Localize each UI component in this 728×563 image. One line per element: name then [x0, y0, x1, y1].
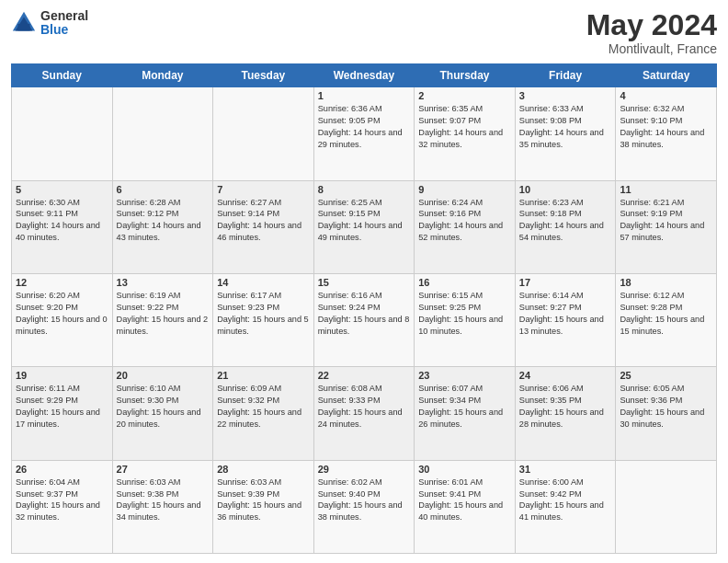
- calendar-cell: 22Sunrise: 6:08 AMSunset: 9:33 PMDayligh…: [313, 367, 415, 460]
- day-info: Sunrise: 6:20 AMSunset: 9:20 PMDaylight:…: [16, 290, 108, 338]
- day-number: 24: [519, 370, 612, 381]
- day-number: 2: [418, 90, 511, 101]
- page-container: General Blue May 2024 Montlivault, Franc…: [0, 0, 728, 563]
- calendar-cell: 18Sunrise: 6:12 AMSunset: 9:28 PMDayligh…: [616, 273, 717, 366]
- day-info: Sunrise: 6:16 AMSunset: 9:24 PMDaylight:…: [318, 290, 411, 338]
- calendar-cell: 11Sunrise: 6:21 AMSunset: 9:19 PMDayligh…: [616, 180, 717, 273]
- day-info: Sunrise: 6:07 AMSunset: 9:34 PMDaylight:…: [418, 383, 511, 431]
- calendar-cell: 31Sunrise: 6:00 AMSunset: 9:42 PMDayligh…: [515, 460, 616, 553]
- day-number: 26: [16, 464, 108, 475]
- logo-general-text: General: [40, 9, 88, 23]
- day-number: 19: [16, 370, 108, 381]
- day-number: 16: [418, 277, 511, 288]
- calendar-table: SundayMondayTuesdayWednesdayThursdayFrid…: [11, 63, 717, 554]
- day-info: Sunrise: 6:15 AMSunset: 9:25 PMDaylight:…: [418, 290, 511, 338]
- calendar-cell: 8Sunrise: 6:25 AMSunset: 9:15 PMDaylight…: [313, 180, 415, 273]
- calendar-cell: 20Sunrise: 6:10 AMSunset: 9:30 PMDayligh…: [112, 367, 213, 460]
- day-number: 4: [620, 90, 712, 101]
- day-number: 13: [117, 277, 210, 288]
- day-number: 17: [519, 277, 612, 288]
- day-number: 8: [318, 184, 411, 195]
- day-number: 7: [217, 184, 310, 195]
- month-title: May 2024: [586, 9, 717, 41]
- calendar-cell: [112, 87, 213, 180]
- calendar-cell: 27Sunrise: 6:03 AMSunset: 9:38 PMDayligh…: [112, 460, 213, 553]
- calendar-header-sunday: Sunday: [12, 64, 113, 87]
- day-number: 14: [217, 277, 310, 288]
- calendar-cell: 17Sunrise: 6:14 AMSunset: 9:27 PMDayligh…: [515, 273, 616, 366]
- calendar-cell: 13Sunrise: 6:19 AMSunset: 9:22 PMDayligh…: [112, 273, 213, 366]
- calendar-header-tuesday: Tuesday: [213, 64, 314, 87]
- day-info: Sunrise: 6:03 AMSunset: 9:38 PMDaylight:…: [117, 477, 210, 524]
- calendar-cell: 12Sunrise: 6:20 AMSunset: 9:20 PMDayligh…: [12, 273, 113, 366]
- calendar-week-row: 1Sunrise: 6:36 AMSunset: 9:05 PMDaylight…: [12, 87, 717, 180]
- calendar-cell: 10Sunrise: 6:23 AMSunset: 9:18 PMDayligh…: [515, 180, 616, 273]
- day-info: Sunrise: 6:06 AMSunset: 9:35 PMDaylight:…: [519, 383, 612, 431]
- svg-rect-2: [17, 24, 29, 30]
- calendar-cell: 14Sunrise: 6:17 AMSunset: 9:23 PMDayligh…: [213, 273, 314, 366]
- calendar-cell: 15Sunrise: 6:16 AMSunset: 9:24 PMDayligh…: [313, 273, 415, 366]
- calendar-cell: 1Sunrise: 6:36 AMSunset: 9:05 PMDaylight…: [313, 87, 415, 180]
- day-number: 28: [217, 464, 310, 475]
- calendar-cell: 21Sunrise: 6:09 AMSunset: 9:32 PMDayligh…: [213, 367, 314, 460]
- calendar-cell: 2Sunrise: 6:35 AMSunset: 9:07 PMDaylight…: [415, 87, 516, 180]
- day-info: Sunrise: 6:27 AMSunset: 9:14 PMDaylight:…: [217, 197, 310, 245]
- day-info: Sunrise: 6:19 AMSunset: 9:22 PMDaylight:…: [117, 290, 210, 338]
- day-info: Sunrise: 6:05 AMSunset: 9:36 PMDaylight:…: [620, 383, 712, 431]
- day-info: Sunrise: 6:04 AMSunset: 9:37 PMDaylight:…: [16, 477, 108, 524]
- calendar-cell: 24Sunrise: 6:06 AMSunset: 9:35 PMDayligh…: [515, 367, 616, 460]
- day-number: 21: [217, 370, 310, 381]
- day-number: 22: [318, 370, 411, 381]
- day-info: Sunrise: 6:32 AMSunset: 9:10 PMDaylight:…: [620, 103, 712, 151]
- day-number: 25: [620, 370, 712, 381]
- day-info: Sunrise: 6:11 AMSunset: 9:29 PMDaylight:…: [16, 383, 108, 431]
- calendar-cell: 16Sunrise: 6:15 AMSunset: 9:25 PMDayligh…: [415, 273, 516, 366]
- calendar-header-saturday: Saturday: [616, 64, 717, 87]
- day-info: Sunrise: 6:14 AMSunset: 9:27 PMDaylight:…: [519, 290, 612, 338]
- calendar-cell: 3Sunrise: 6:33 AMSunset: 9:08 PMDaylight…: [515, 87, 616, 180]
- logo-text: General Blue: [40, 9, 88, 38]
- calendar-week-row: 12Sunrise: 6:20 AMSunset: 9:20 PMDayligh…: [12, 273, 717, 366]
- day-info: Sunrise: 6:01 AMSunset: 9:41 PMDaylight:…: [418, 477, 511, 524]
- calendar-cell: [12, 87, 113, 180]
- logo: General Blue: [11, 9, 88, 38]
- day-number: 5: [16, 184, 108, 195]
- day-info: Sunrise: 6:09 AMSunset: 9:32 PMDaylight:…: [217, 383, 310, 431]
- title-block: May 2024 Montlivault, France: [586, 9, 717, 56]
- logo-blue-text: Blue: [40, 23, 88, 37]
- day-info: Sunrise: 6:00 AMSunset: 9:42 PMDaylight:…: [519, 477, 612, 524]
- calendar-header-wednesday: Wednesday: [313, 64, 415, 87]
- day-info: Sunrise: 6:02 AMSunset: 9:40 PMDaylight:…: [318, 477, 411, 524]
- day-info: Sunrise: 6:10 AMSunset: 9:30 PMDaylight:…: [117, 383, 210, 431]
- day-info: Sunrise: 6:25 AMSunset: 9:15 PMDaylight:…: [318, 197, 411, 245]
- day-info: Sunrise: 6:35 AMSunset: 9:07 PMDaylight:…: [418, 103, 511, 151]
- calendar-cell: 5Sunrise: 6:30 AMSunset: 9:11 PMDaylight…: [12, 180, 113, 273]
- day-info: Sunrise: 6:17 AMSunset: 9:23 PMDaylight:…: [217, 290, 310, 338]
- day-info: Sunrise: 6:30 AMSunset: 9:11 PMDaylight:…: [16, 197, 108, 245]
- day-info: Sunrise: 6:03 AMSunset: 9:39 PMDaylight:…: [217, 477, 310, 524]
- day-number: 29: [318, 464, 411, 475]
- day-info: Sunrise: 6:23 AMSunset: 9:18 PMDaylight:…: [519, 197, 612, 245]
- page-header: General Blue May 2024 Montlivault, Franc…: [11, 9, 717, 56]
- calendar-cell: 19Sunrise: 6:11 AMSunset: 9:29 PMDayligh…: [12, 367, 113, 460]
- calendar-week-row: 19Sunrise: 6:11 AMSunset: 9:29 PMDayligh…: [12, 367, 717, 460]
- calendar-cell: 28Sunrise: 6:03 AMSunset: 9:39 PMDayligh…: [213, 460, 314, 553]
- calendar-header-thursday: Thursday: [415, 64, 516, 87]
- calendar-cell: [213, 87, 314, 180]
- day-number: 15: [318, 277, 411, 288]
- calendar-header-monday: Monday: [112, 64, 213, 87]
- day-number: 23: [418, 370, 511, 381]
- day-number: 20: [117, 370, 210, 381]
- day-info: Sunrise: 6:28 AMSunset: 9:12 PMDaylight:…: [117, 197, 210, 245]
- calendar-week-row: 5Sunrise: 6:30 AMSunset: 9:11 PMDaylight…: [12, 180, 717, 273]
- day-number: 18: [620, 277, 712, 288]
- day-number: 31: [519, 464, 612, 475]
- day-number: 3: [519, 90, 612, 101]
- calendar-cell: 7Sunrise: 6:27 AMSunset: 9:14 PMDaylight…: [213, 180, 314, 273]
- calendar-cell: 25Sunrise: 6:05 AMSunset: 9:36 PMDayligh…: [616, 367, 717, 460]
- day-number: 10: [519, 184, 612, 195]
- calendar-cell: 29Sunrise: 6:02 AMSunset: 9:40 PMDayligh…: [313, 460, 415, 553]
- location-text: Montlivault, France: [586, 41, 717, 56]
- day-number: 6: [117, 184, 210, 195]
- calendar-header-friday: Friday: [515, 64, 616, 87]
